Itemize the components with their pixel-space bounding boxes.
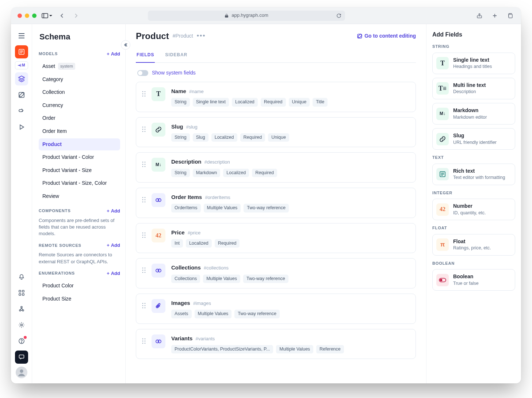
enum-item[interactable]: Product Color bbox=[39, 280, 120, 292]
drag-handle[interactable] bbox=[142, 126, 146, 132]
address-bar[interactable]: app.hygraph.com bbox=[148, 11, 345, 21]
drag-handle[interactable] bbox=[142, 303, 146, 309]
remote-help: Remote Sources are connectors to externa… bbox=[39, 252, 120, 265]
field-type-option[interactable]: πFloatRatings, price, etc. bbox=[432, 234, 515, 256]
nav-forward[interactable] bbox=[72, 11, 80, 20]
model-item[interactable]: Assetsystem bbox=[39, 60, 120, 73]
svg-rect-6 bbox=[19, 290, 21, 292]
field-chip: String bbox=[171, 169, 190, 177]
field-type-option[interactable]: 42NumberID, quantity, etc. bbox=[432, 199, 515, 220]
components-add[interactable]: + Add bbox=[107, 208, 120, 214]
model-item[interactable]: Product Variant - Size, Color bbox=[39, 177, 120, 190]
model-actions-menu[interactable]: ••• bbox=[197, 31, 206, 41]
drag-handle[interactable] bbox=[142, 267, 146, 273]
field-chip: Collections bbox=[171, 275, 200, 283]
field-card[interactable]: Slug #slugStringSlugLocalizedRequiredUni… bbox=[136, 117, 416, 148]
feedback-icon[interactable] bbox=[15, 351, 28, 364]
drag-handle[interactable] bbox=[142, 91, 146, 97]
nav-content[interactable] bbox=[15, 88, 28, 102]
show-system-fields-toggle[interactable] bbox=[137, 70, 148, 76]
nav-playground[interactable] bbox=[15, 120, 28, 134]
field-api-id: #slug bbox=[186, 124, 198, 130]
minimize-window[interactable] bbox=[25, 14, 29, 18]
svg-point-69 bbox=[142, 342, 143, 344]
model-item[interactable]: Collection bbox=[39, 86, 120, 99]
webhooks-icon[interactable] bbox=[15, 302, 28, 315]
share-icon[interactable] bbox=[475, 11, 484, 20]
tabs-icon[interactable] bbox=[506, 11, 514, 20]
field-type-option[interactable]: SlugURL friendly identifier bbox=[432, 128, 515, 150]
apps-icon[interactable] bbox=[15, 286, 28, 299]
close-window[interactable] bbox=[18, 14, 22, 18]
env-badge[interactable]: M bbox=[15, 61, 28, 69]
model-item-label: Collection bbox=[42, 89, 65, 96]
model-item[interactable]: Category bbox=[39, 73, 120, 86]
user-avatar[interactable] bbox=[16, 367, 27, 378]
model-item[interactable]: Product Variant - Color bbox=[39, 151, 120, 164]
field-type-title: Single line text bbox=[453, 57, 492, 64]
nav-back[interactable] bbox=[58, 11, 66, 20]
field-type-icon bbox=[152, 123, 165, 137]
goto-content-editing[interactable]: Go to content editing bbox=[357, 32, 416, 40]
field-card[interactable]: Collections #collectionsCollectionsMulti… bbox=[136, 258, 416, 288]
settings-icon[interactable] bbox=[15, 318, 28, 332]
field-chip: Localized bbox=[186, 239, 212, 248]
enum-item[interactable]: Product Size bbox=[39, 293, 120, 305]
model-item[interactable]: Product Variant - Size bbox=[39, 164, 120, 177]
nav-schema[interactable] bbox=[15, 72, 28, 85]
field-chip: Required bbox=[261, 98, 286, 107]
svg-rect-3 bbox=[509, 14, 512, 18]
svg-point-46 bbox=[145, 232, 146, 233]
enums-add[interactable]: + Add bbox=[107, 270, 120, 277]
model-item[interactable]: Order bbox=[39, 112, 120, 125]
menu-icon[interactable] bbox=[15, 29, 28, 42]
remote-add[interactable]: + Add bbox=[107, 242, 120, 249]
drag-handle[interactable] bbox=[142, 232, 146, 238]
help-icon[interactable] bbox=[15, 334, 28, 348]
field-type-desc: Description bbox=[453, 89, 486, 95]
drag-handle[interactable] bbox=[142, 161, 146, 167]
model-item[interactable]: Currency bbox=[39, 99, 120, 112]
new-tab-icon[interactable] bbox=[490, 11, 499, 20]
svg-point-21 bbox=[142, 93, 143, 95]
field-card[interactable]: M↓Description #descriptionStringMarkdown… bbox=[136, 152, 416, 183]
enums-label: ENUMERATIONS bbox=[39, 271, 75, 276]
field-type-option[interactable]: Rich textText editor with formatting bbox=[432, 164, 515, 185]
model-item[interactable]: Review bbox=[39, 190, 120, 203]
svg-rect-16 bbox=[19, 355, 24, 358]
svg-point-31 bbox=[142, 162, 143, 163]
sidebar-toggle[interactable] bbox=[42, 13, 53, 18]
content-area: Product #Product ••• Go to content editi… bbox=[126, 24, 426, 383]
field-type-option[interactable]: T≡Multi line textDescription bbox=[432, 78, 515, 99]
drag-handle[interactable] bbox=[142, 197, 146, 203]
project-logo[interactable] bbox=[15, 45, 28, 58]
field-type-title: Float bbox=[453, 238, 491, 245]
drag-handle[interactable] bbox=[142, 338, 146, 344]
field-type-icon: π bbox=[436, 238, 449, 251]
maximize-window[interactable] bbox=[32, 14, 37, 18]
field-card[interactable]: Order Items #orderItemsOrderItemsMultipl… bbox=[136, 188, 416, 218]
tab-fields[interactable]: FIELDS bbox=[136, 49, 155, 63]
field-type-option[interactable]: M↓MarkdownMarkdown editor bbox=[432, 103, 515, 125]
field-type-desc: True or false bbox=[453, 280, 479, 287]
svg-point-23 bbox=[142, 96, 143, 97]
collapse-sidebar[interactable] bbox=[121, 40, 130, 50]
model-item[interactable]: Product bbox=[39, 138, 120, 151]
field-chip: Unique bbox=[268, 133, 289, 142]
svg-point-19 bbox=[142, 91, 143, 92]
tab-sidebar[interactable]: SIDEBAR bbox=[164, 49, 188, 63]
reload-icon[interactable] bbox=[336, 13, 341, 18]
notifications-icon[interactable] bbox=[15, 270, 28, 283]
field-chip: Localized bbox=[232, 98, 258, 107]
field-type-option[interactable]: TSingle line textHeadings and titles bbox=[432, 53, 515, 74]
field-card[interactable]: TName #nameStringSingle line textLocaliz… bbox=[136, 82, 416, 112]
field-card[interactable]: 42Price #priceIntLocalizedRequired bbox=[136, 223, 416, 253]
field-type-option[interactable]: BooleanTrue or false bbox=[432, 269, 515, 291]
models-add[interactable]: + Add bbox=[107, 51, 120, 57]
field-card[interactable]: Images #imagesAssetsMultiple ValuesTwo-w… bbox=[136, 294, 416, 324]
field-card[interactable]: Variants #variantsProductColorVariants, … bbox=[136, 329, 416, 359]
field-api-id: #images bbox=[193, 301, 211, 306]
nav-assets[interactable] bbox=[15, 104, 28, 118]
field-type-icon: T bbox=[436, 57, 449, 69]
model-item[interactable]: Order Item bbox=[39, 125, 120, 138]
